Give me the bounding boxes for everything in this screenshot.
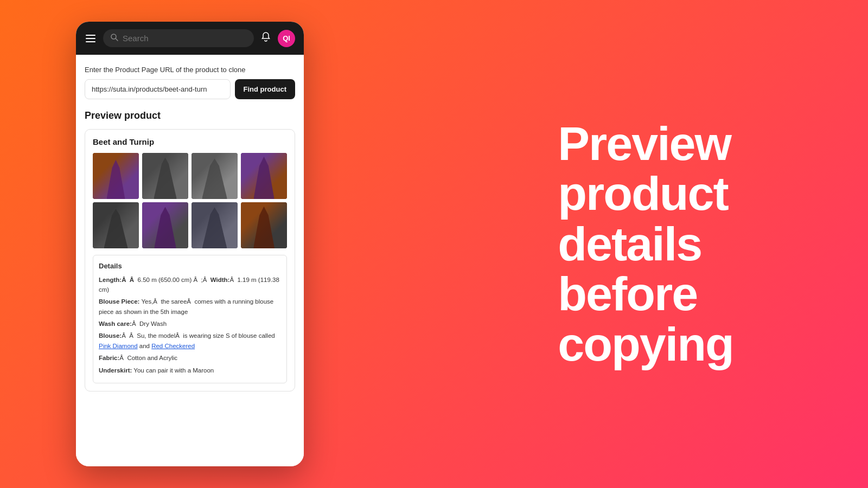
product-image-5: [93, 202, 139, 248]
avatar-button[interactable]: QI: [278, 30, 295, 47]
hero-text: Preview product details before copying: [558, 119, 733, 369]
notification-button[interactable]: [260, 31, 271, 45]
product-image-2: [142, 153, 188, 199]
product-image-6: [142, 202, 188, 248]
find-product-button[interactable]: Find product: [235, 79, 295, 99]
url-input-row: Find product: [85, 79, 295, 99]
product-image-8: [241, 202, 287, 248]
right-panel: Preview product details before copying: [380, 0, 868, 488]
product-card: Beet and Turnip: [85, 129, 295, 391]
product-name: Beet and Turnip: [93, 137, 287, 146]
hero-line-5: copying: [558, 319, 733, 369]
left-panel: QI Enter the Product Page URL of the pro…: [0, 0, 380, 488]
detail-blouse-piece: Blouse Piece: Yes,Â the sareeÂ comes wit…: [99, 297, 281, 317]
images-grid: [93, 153, 287, 248]
hamburger-button[interactable]: [85, 34, 97, 43]
detail-length: Length:Â Â 6.50 m (650.00 cm) Â ;Â Width…: [99, 275, 281, 295]
details-title: Details: [99, 261, 281, 272]
search-bar-container: [103, 29, 254, 47]
search-input[interactable]: [123, 34, 246, 43]
product-image-3: [192, 153, 238, 199]
product-image-4: [241, 153, 287, 199]
product-image-1: [93, 153, 139, 199]
hero-line-1: Preview: [558, 119, 733, 169]
blouse-link-red-checkered[interactable]: Red Checkered: [151, 343, 195, 349]
url-label: Enter the Product Page URL of the produc…: [85, 66, 295, 74]
hero-line-3: details: [558, 219, 733, 269]
search-icon: [111, 34, 118, 43]
details-box: Details Length:Â Â 6.50 m (650.00 cm) Â …: [93, 255, 287, 383]
preview-section-title: Preview product: [85, 110, 295, 121]
detail-fabric: Fabric:Â Cotton and Acrylic: [99, 353, 281, 363]
url-input[interactable]: [85, 79, 231, 99]
detail-underskirt: Underskirt: You can pair it with a Maroo…: [99, 365, 281, 375]
phone-mockup: QI Enter the Product Page URL of the pro…: [76, 22, 304, 466]
hero-line-4: before: [558, 269, 733, 319]
url-section: Enter the Product Page URL of the produc…: [85, 66, 295, 99]
hero-line-2: product: [558, 169, 733, 219]
detail-blouse: Blouse:Â Â Su, the modelÂ is wearing siz…: [99, 331, 281, 351]
blouse-link-pink-diamond[interactable]: Pink Diamond: [99, 343, 138, 349]
detail-wash-care: Wash care:Â Dry Wash: [99, 319, 281, 329]
content-area: Enter the Product Page URL of the produc…: [76, 55, 304, 466]
nav-bar: QI: [76, 22, 304, 55]
svg-line-1: [116, 38, 118, 41]
product-image-7: [192, 202, 238, 248]
